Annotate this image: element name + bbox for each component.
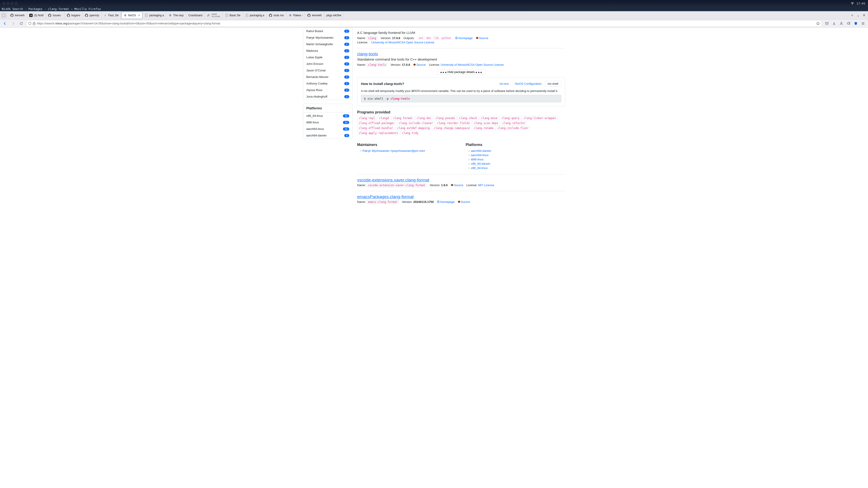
browser-tab[interactable]: kenneth: [305, 12, 324, 19]
maintainer-link[interactable]: Patryk Wychowaniec: [362, 149, 390, 153]
facet-item[interactable]: aarch64-darwin8: [303, 132, 352, 139]
facet-count: 1: [344, 95, 349, 98]
url-bar[interactable]: https://search.nixos.org/packages?channe…: [26, 20, 822, 27]
browser-tab[interactable]: infinifiPLAYING: [205, 12, 223, 19]
facet-item[interactable]: Jason O'Conal2: [303, 67, 352, 74]
result-title-link[interactable]: vscode-extensions.xaver.clang-format: [357, 177, 429, 182]
source-link[interactable]: Source: [461, 200, 470, 203]
window-dot[interactable]: [15, 2, 17, 4]
tab-favicon-icon: [29, 14, 33, 17]
browser-tab[interactable]: tools mo: [267, 12, 286, 19]
tab-favicon-icon: [10, 14, 13, 17]
browser-tab[interactable]: (3) Notif: [27, 12, 46, 19]
facet-item[interactable]: Bernardo Meurer2: [303, 74, 352, 80]
window-dot[interactable]: [7, 2, 9, 4]
result-title-link[interactable]: emacsPackages.clang-format: [357, 194, 414, 199]
platform-link[interactable]: aarch64-linux: [471, 153, 489, 157]
hide-details-button[interactable]: ▴ ▴ ▴ Hide package details ▴ ▴ ▴: [437, 69, 485, 75]
browser-tab[interactable]: boganv: [65, 12, 83, 19]
window-close-button[interactable]: ✕: [861, 13, 867, 18]
url-text: https://search.nixos.org/packages?channe…: [37, 22, 815, 25]
facet-item[interactable]: Anthony Cowley2: [303, 80, 352, 87]
program-badge: clang-include-cleaner: [397, 121, 435, 125]
platform-item: x86_64-darwin: [468, 162, 565, 166]
platform-link[interactable]: x86_64-linux: [471, 166, 488, 170]
facet-item[interactable]: aarch64-linux10: [303, 126, 352, 132]
facet-item[interactable]: Rahul Butani2: [303, 28, 352, 34]
facet-item[interactable]: Lukas Epple2: [303, 54, 352, 61]
tab-favicon-icon: [269, 14, 272, 17]
reload-button[interactable]: [18, 20, 24, 27]
browser-tab[interactable]: pyenv/p: [83, 12, 101, 19]
account-icon[interactable]: [838, 20, 844, 27]
browser-tab[interactable]: Issues ·: [46, 12, 64, 19]
tab-favicon-icon: [85, 14, 88, 17]
browser-tab[interactable]: packaging a: [243, 12, 267, 19]
program-badge: clangd: [377, 116, 391, 120]
browser-tab[interactable]: kenneth: [8, 12, 27, 19]
tab-close-icon[interactable]: ×: [138, 13, 140, 17]
browser-tab[interactable]: packaging a: [143, 12, 166, 19]
platform-link[interactable]: x86_64-darwin: [471, 162, 490, 165]
facet-item[interactable]: Jona Abdinghoff1: [303, 93, 352, 100]
browser-tab[interactable]: pkgs.mkShe: [324, 12, 344, 19]
browser-tab[interactable]: Fast, De: [101, 12, 121, 19]
pocket-icon[interactable]: [824, 20, 830, 27]
facet-label: Lukas Epple: [306, 56, 322, 59]
back-button[interactable]: [2, 20, 8, 27]
tab-nixos-config[interactable]: NixOS Configuration: [512, 81, 545, 87]
nav-bar: https://search.nixos.org/packages?channe…: [0, 20, 868, 28]
window-dot[interactable]: [11, 2, 13, 4]
bitwarden-icon[interactable]: [852, 20, 859, 27]
facet-item[interactable]: Madoura2: [303, 47, 352, 54]
downloads-icon[interactable]: [831, 20, 837, 27]
license-link[interactable]: University of Illinois/NCSA Open Source …: [440, 63, 504, 66]
facet-item[interactable]: John Ericson2: [303, 61, 352, 67]
bookmark-star-icon[interactable]: [816, 22, 820, 25]
firefox-view-button[interactable]: [1, 13, 6, 18]
facet-label: John Ericson: [306, 62, 323, 66]
program-badge: clang-pseudo: [434, 116, 457, 120]
license-link[interactable]: MIT License: [478, 184, 494, 187]
window-dot[interactable]: [3, 2, 5, 4]
facet-count: 2: [344, 43, 349, 46]
tab-label: Fast, De: [108, 14, 119, 17]
source-link[interactable]: Source: [454, 184, 463, 187]
browser-tab[interactable]: The nixp: [166, 12, 186, 19]
facet-item[interactable]: x86_64-linux10: [303, 112, 352, 119]
facet-item[interactable]: i686-linux10: [303, 119, 352, 126]
tab-favicon-icon: [225, 14, 228, 17]
facet-item[interactable]: Alyssa Ross2: [303, 87, 352, 93]
result-emacs-clang-format: emacsPackages.clang-format Name: emacs-c…: [357, 191, 565, 207]
homepage-link[interactable]: Homepage: [440, 200, 455, 203]
tab-nix-env[interactable]: nix-env: [497, 81, 512, 87]
extensions-icon[interactable]: [845, 20, 852, 27]
homepage-link[interactable]: Homepage: [458, 36, 473, 40]
maintainer-email[interactable]: pwychowaniec@pm.me: [392, 149, 423, 153]
source-icon: [458, 200, 460, 203]
browser-tab[interactable]: Crackboard: [186, 12, 205, 19]
forward-button[interactable]: [10, 20, 16, 27]
platform-link[interactable]: i686-linux: [471, 158, 484, 161]
facet-item[interactable]: Martin Schwaighofer2: [303, 41, 352, 47]
tab-nix-shell[interactable]: nix-shell: [545, 81, 561, 87]
platform-link[interactable]: aarch64-darwin: [471, 149, 491, 153]
facet-label: i686-linux: [306, 121, 319, 124]
facet-item[interactable]: Patryk Wychowaniec2: [303, 34, 352, 41]
install-command[interactable]: $ nix-shell -p clang-tools: [361, 95, 561, 102]
platform-item: aarch64-linux: [468, 153, 565, 157]
browser-tab[interactable]: Basic De: [223, 12, 243, 19]
output-badge: dev: [426, 36, 432, 40]
browser-tab[interactable]: NixOS×: [121, 12, 143, 19]
source-link[interactable]: Source: [416, 63, 426, 66]
tab-label: kenneth: [312, 14, 322, 17]
browser-tab[interactable]: Flakes -: [286, 12, 305, 19]
new-tab-button[interactable]: +: [849, 13, 855, 18]
tab-label: NixOS: [128, 14, 136, 17]
result-title-link[interactable]: clang-tools: [357, 52, 378, 56]
facet-count: 10: [343, 121, 349, 124]
license-link[interactable]: University of Illinois/NCSA Open Source …: [371, 41, 434, 44]
all-tabs-button[interactable]: ⌄: [855, 13, 861, 18]
app-menu-icon[interactable]: [860, 20, 866, 27]
source-link[interactable]: Source: [479, 36, 488, 40]
